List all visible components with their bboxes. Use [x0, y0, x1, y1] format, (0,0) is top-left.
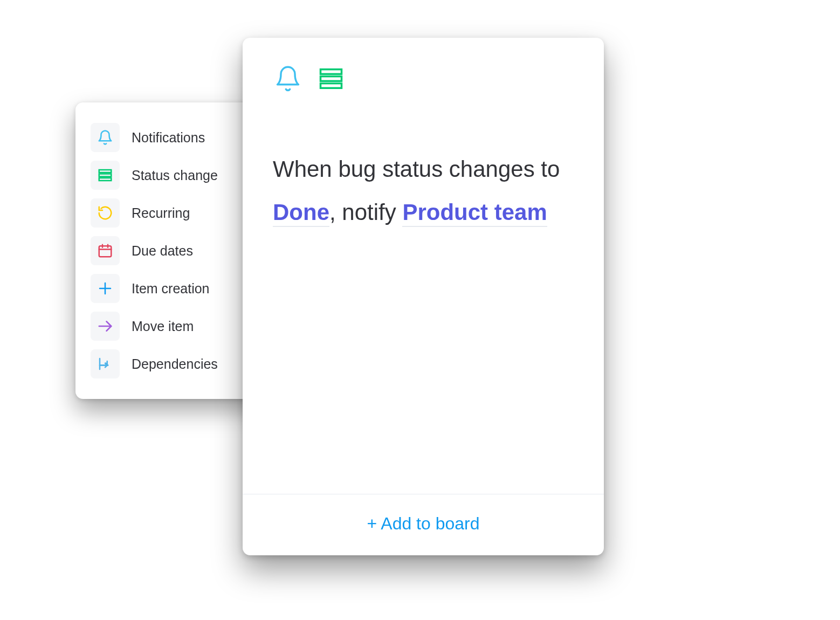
rule-footer: + Add to board	[243, 494, 604, 555]
dependency-icon	[91, 349, 120, 378]
add-to-board-button[interactable]: + Add to board	[367, 514, 479, 534]
svg-rect-3	[99, 246, 112, 257]
rule-header	[243, 38, 604, 94]
rule-notify-target[interactable]: Product team	[402, 199, 547, 227]
svg-rect-14	[321, 70, 342, 74]
svg-rect-15	[321, 77, 342, 81]
svg-rect-2	[99, 178, 112, 181]
bell-icon	[273, 64, 303, 94]
sidebar-item-label: Status change	[132, 168, 218, 183]
sidebar-item-label: Dependencies	[132, 356, 218, 372]
status-icon	[316, 64, 346, 94]
calendar-icon	[91, 236, 120, 265]
recurring-icon	[91, 198, 120, 228]
rule-text: When bug status changes to	[273, 156, 560, 182]
bell-icon	[91, 123, 120, 152]
sidebar-item-label: Move item	[132, 319, 194, 334]
sidebar-item-label: Item creation	[132, 281, 210, 297]
rule-text: , notify	[329, 199, 402, 225]
status-icon	[91, 161, 120, 190]
plus-icon	[91, 274, 120, 303]
rule-status-value[interactable]: Done	[273, 199, 329, 227]
automation-rule-card: When bug status changes to Done, notify …	[243, 38, 604, 555]
svg-rect-0	[99, 170, 112, 173]
sidebar-item-label: Due dates	[132, 243, 193, 259]
rule-sentence: When bug status changes to Done, notify …	[243, 94, 604, 494]
arrow-right-icon	[91, 312, 120, 341]
svg-rect-1	[99, 174, 112, 177]
sidebar-item-label: Recurring	[132, 205, 190, 221]
svg-rect-16	[321, 84, 342, 88]
sidebar-item-label: Notifications	[132, 130, 205, 146]
